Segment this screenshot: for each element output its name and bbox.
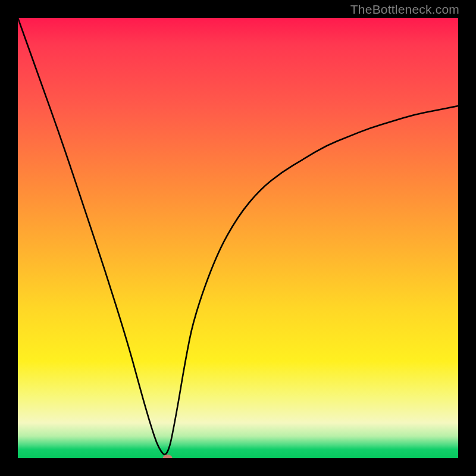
plot-svg bbox=[18, 18, 458, 458]
plot-area bbox=[18, 18, 458, 458]
bottleneck-curve bbox=[18, 18, 458, 455]
chart-frame: TheBottleneck.com bbox=[0, 0, 476, 476]
watermark-text: TheBottleneck.com bbox=[350, 2, 459, 17]
